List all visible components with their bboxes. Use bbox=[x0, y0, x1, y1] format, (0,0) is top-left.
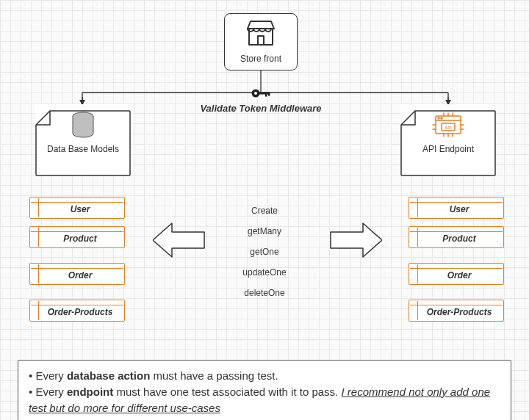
note-line-1: • Every database action must have a pass… bbox=[29, 368, 500, 384]
db-entity-order: Order bbox=[29, 263, 125, 285]
op-item: getMany bbox=[220, 221, 309, 242]
api-entity-product: Product bbox=[409, 226, 504, 248]
entity-label: Product bbox=[30, 231, 124, 244]
entity-label: User bbox=[30, 201, 124, 214]
op-item: deleteOne bbox=[220, 283, 309, 303]
bullet-icon: • bbox=[29, 369, 32, 382]
entity-label: Order bbox=[30, 267, 124, 280]
arrow-right-icon bbox=[329, 222, 382, 258]
svg-rect-0 bbox=[258, 36, 264, 45]
svg-point-9 bbox=[441, 117, 442, 119]
text-bold: endpoint bbox=[67, 385, 113, 398]
op-item: Create bbox=[220, 200, 309, 221]
storefront-node: Store front bbox=[224, 13, 298, 70]
bullet-icon: • bbox=[29, 385, 32, 398]
api-entity-order: Order bbox=[409, 263, 504, 285]
svg-point-2 bbox=[254, 92, 257, 95]
notes-box: • Every database action must have a pass… bbox=[18, 360, 511, 420]
entity-label: Product bbox=[409, 231, 503, 244]
arrow-left-icon bbox=[153, 222, 206, 258]
api-endpoint-node: API API Endpoint bbox=[400, 104, 496, 170]
svg-text:API: API bbox=[445, 126, 452, 130]
entity-label: User bbox=[409, 201, 503, 214]
api-entity-user: User bbox=[409, 197, 504, 219]
operations-list: Create getMany getOne updateOne deleteOn… bbox=[220, 200, 309, 303]
db-entity-user: User bbox=[29, 197, 125, 219]
key-icon bbox=[250, 84, 272, 102]
op-item: getOne bbox=[220, 242, 309, 262]
database-icon bbox=[70, 110, 96, 140]
text-bold: database action bbox=[67, 369, 150, 382]
op-item: updateOne bbox=[220, 262, 309, 283]
svg-rect-4 bbox=[265, 93, 267, 97]
text: must have one test associated with it to… bbox=[113, 385, 341, 398]
middleware-label: Validate Token Middleware bbox=[184, 103, 338, 114]
entity-label: Order-Products bbox=[30, 304, 124, 317]
storefront-icon bbox=[245, 18, 277, 48]
text: must have a passing test. bbox=[150, 369, 278, 382]
db-entity-product: Product bbox=[29, 226, 125, 248]
api-icon: API bbox=[431, 110, 465, 140]
db-entity-order-products: Order-Products bbox=[29, 300, 125, 322]
text: Every bbox=[35, 385, 67, 398]
svg-rect-3 bbox=[259, 93, 270, 95]
entity-label: Order bbox=[409, 267, 503, 280]
svg-point-8 bbox=[438, 117, 439, 119]
svg-rect-5 bbox=[268, 93, 270, 96]
storefront-label: Store front bbox=[225, 51, 297, 64]
text: Every bbox=[35, 369, 67, 382]
api-endpoint-label: API Endpoint bbox=[400, 142, 496, 154]
api-entity-order-products: Order-Products bbox=[409, 300, 504, 322]
database-models-label: Data Base Models bbox=[35, 142, 131, 154]
note-line-2: • Every endpoint must have one test asso… bbox=[29, 384, 500, 416]
database-models-node: Data Base Models bbox=[35, 104, 131, 170]
entity-label: Order-Products bbox=[409, 304, 503, 317]
